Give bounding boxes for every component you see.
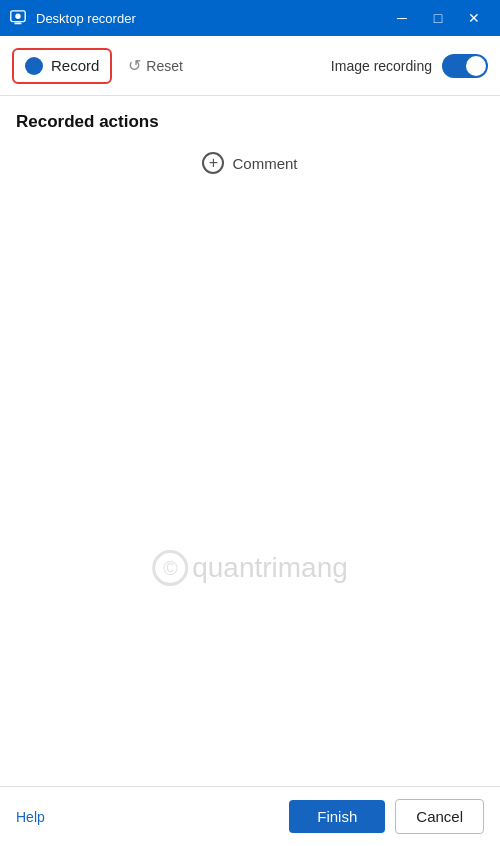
add-comment-icon: + xyxy=(202,152,224,174)
record-label: Record xyxy=(51,57,99,74)
watermark-icon: © xyxy=(152,550,188,586)
reset-button[interactable]: ↺ Reset xyxy=(128,56,183,75)
window-controls: ─ □ ✕ xyxy=(384,0,492,36)
watermark: © quantrimang xyxy=(152,550,348,586)
svg-point-1 xyxy=(15,14,20,19)
title-bar: Desktop recorder ─ □ ✕ xyxy=(0,0,500,36)
close-button[interactable]: ✕ xyxy=(456,0,492,36)
toggle-knob xyxy=(466,56,486,76)
cancel-button[interactable]: Cancel xyxy=(395,799,484,834)
add-comment-row[interactable]: + Comment xyxy=(16,152,484,174)
help-link[interactable]: Help xyxy=(16,809,45,825)
record-button-wrapper: Record xyxy=(12,48,112,84)
window-title: Desktop recorder xyxy=(36,11,384,26)
toolbar: Record ↺ Reset Image recording xyxy=(0,36,500,96)
image-recording-label: Image recording xyxy=(331,58,432,74)
record-dot xyxy=(25,57,43,75)
reset-icon: ↺ xyxy=(128,56,141,75)
recorded-actions-title: Recorded actions xyxy=(16,112,484,132)
image-recording-toggle[interactable] xyxy=(442,54,488,78)
record-button[interactable]: Record xyxy=(17,53,107,79)
svg-rect-2 xyxy=(14,23,21,25)
app-icon xyxy=(8,8,28,28)
reset-label: Reset xyxy=(146,58,183,74)
comment-label: Comment xyxy=(232,155,297,172)
minimize-button[interactable]: ─ xyxy=(384,0,420,36)
footer: Help Finish Cancel xyxy=(0,786,500,846)
finish-button[interactable]: Finish xyxy=(289,800,385,833)
main-content: Recorded actions + Comment © quantrimang xyxy=(0,96,500,786)
maximize-button[interactable]: □ xyxy=(420,0,456,36)
watermark-text: quantrimang xyxy=(192,552,348,584)
